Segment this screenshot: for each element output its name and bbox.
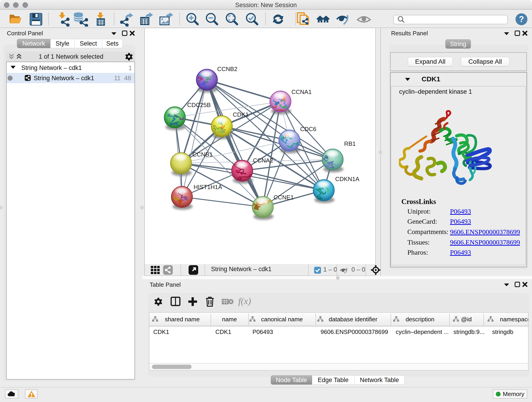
svg-text:?: ? (519, 14, 524, 24)
svg-text:CCNA2: CCNA2 (253, 157, 273, 164)
svg-text:CDC25B: CDC25B (187, 102, 211, 108)
svg-text:CDK1: CDK1 (233, 111, 249, 118)
svg-text:RB1: RB1 (344, 140, 356, 147)
svg-text:CCNB2: CCNB2 (217, 65, 237, 72)
svg-text:HIST1H1A: HIST1H1A (194, 184, 222, 191)
svg-text:CCNB1: CCNB1 (192, 151, 213, 158)
svg-text:CDC6: CDC6 (300, 126, 317, 133)
svg-text:CDKN1A: CDKN1A (335, 176, 360, 182)
svg-text:CCNE1: CCNE1 (273, 194, 294, 201)
svg-text:CCNA1: CCNA1 (291, 89, 312, 95)
